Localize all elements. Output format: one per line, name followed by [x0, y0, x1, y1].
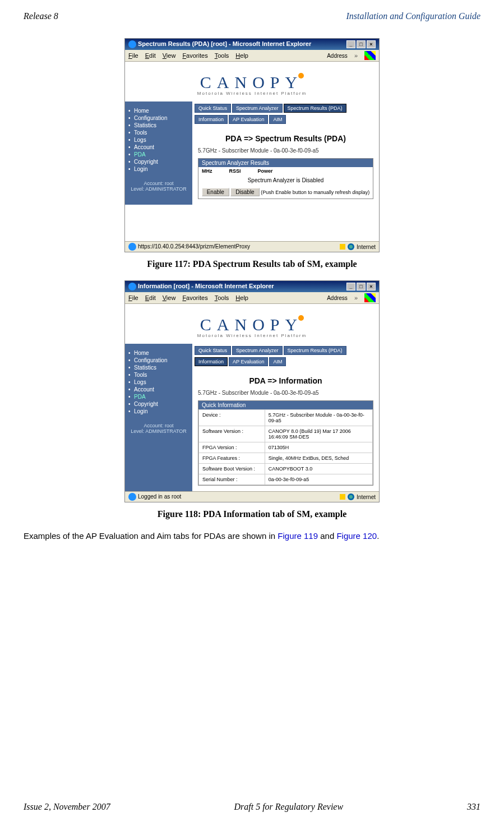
maximize-icon[interactable]: □	[357, 40, 366, 48]
status-zone: Internet	[357, 244, 376, 250]
menubar: File Edit View Favorites Tools Help Addr…	[125, 50, 379, 62]
info-table: Device :5.7GHz - Subscriber Module - 0a-…	[198, 409, 373, 485]
globe-icon	[348, 243, 354, 250]
account-label: Account: root	[128, 181, 189, 186]
statusbar: Logged in as root Internet	[125, 491, 379, 502]
ie-icon	[128, 493, 136, 501]
sidebar-item-logs[interactable]: Logs	[128, 136, 189, 144]
close-icon[interactable]: ×	[367, 283, 376, 290]
figure-118-caption: Figure 118: PDA Information tab of SM, e…	[24, 509, 480, 519]
sidebar-item-account[interactable]: Account	[128, 386, 189, 393]
tab-ap-evaluation[interactable]: AP Evaluation	[229, 115, 268, 124]
tab-information[interactable]: Information	[195, 115, 228, 124]
tab-information[interactable]: Information	[195, 357, 228, 366]
disable-button[interactable]: Disable	[230, 188, 259, 196]
tab-ap-evaluation[interactable]: AP Evaluation	[229, 357, 268, 366]
status-url: https://10.40.0.254:8443/prizm/ElementPr…	[138, 243, 250, 250]
sidebar-item-copyright[interactable]: Copyright	[128, 400, 189, 408]
ie-icon	[128, 283, 136, 290]
page-title: PDA => Information	[198, 376, 373, 385]
sidebar-item-copyright[interactable]: Copyright	[128, 158, 189, 165]
screenshot-2: Information [root] - Microsoft Internet …	[124, 280, 380, 502]
menu-tools[interactable]: Tools	[215, 294, 229, 301]
close-icon[interactable]: ×	[367, 40, 376, 48]
sidebar-item-pda[interactable]: PDA	[128, 393, 189, 400]
menu-favorites[interactable]: Favorites	[182, 294, 207, 301]
info-label: Software Boot Version :	[199, 464, 265, 474]
tab-spectrum-results[interactable]: Spectrum Results (PDA)	[284, 104, 346, 113]
sidebar-item-statistics[interactable]: Statistics	[128, 122, 189, 129]
tab-quick-status[interactable]: Quick Status	[195, 104, 231, 113]
page-title: PDA => Spectrum Results (PDA)	[198, 134, 373, 143]
sidebar-item-home[interactable]: Home	[128, 107, 189, 114]
menu-file[interactable]: File	[128, 294, 138, 301]
sidebar-item-login[interactable]: Login	[128, 408, 189, 415]
sidebar-item-tools[interactable]: Tools	[128, 371, 189, 379]
body-text-2: and	[318, 531, 336, 541]
menu-view[interactable]: View	[163, 294, 176, 301]
titlebar: Information [root] - Microsoft Internet …	[125, 281, 379, 292]
minimize-icon[interactable]: _	[346, 283, 355, 290]
body-text-3: .	[377, 531, 379, 541]
sidebar-item-login[interactable]: Login	[128, 165, 189, 173]
sidebar-item-statistics[interactable]: Statistics	[128, 364, 189, 371]
tab-spectrum-analyzer[interactable]: Spectrum Analyzer	[232, 104, 283, 113]
tab-spectrum-analyzer[interactable]: Spectrum Analyzer	[232, 346, 283, 355]
menubar: File Edit View Favorites Tools Help Addr…	[125, 292, 379, 304]
sidebar-item-tools[interactable]: Tools	[128, 129, 189, 136]
disabled-message: Spectrum Analyzer is Disabled	[198, 175, 373, 186]
info-value: Single, 40MHz ExtBus, DES, Sched	[265, 453, 372, 464]
menu-edit[interactable]: Edit	[145, 52, 156, 59]
tabs-area: Quick Status Spectrum Analyzer Spectrum …	[192, 101, 379, 205]
tab-aim[interactable]: AIM	[269, 115, 286, 124]
minimize-icon[interactable]: _	[346, 40, 355, 48]
menu-file[interactable]: File	[128, 52, 138, 59]
sidebar-item-logs[interactable]: Logs	[128, 379, 189, 386]
link-figure-119[interactable]: Figure 119	[278, 531, 318, 541]
lock-icon	[340, 244, 345, 250]
tabs-area: Quick Status Spectrum Analyzer Spectrum …	[192, 344, 379, 491]
menu-edit[interactable]: Edit	[145, 294, 156, 301]
sidebar-item-configuration[interactable]: Configuration	[128, 114, 189, 122]
table-row: Serial Number :0a-00-3e-f0-09-a5	[199, 474, 373, 485]
device-info: 5.7GHz - Subscriber Module - 0a-00-3e-f0…	[198, 147, 373, 154]
tab-aim[interactable]: AIM	[269, 357, 286, 366]
menu-tools[interactable]: Tools	[215, 52, 229, 59]
panel-header: Quick Information	[198, 401, 373, 409]
col-mhz: MHz	[202, 168, 212, 174]
link-figure-120[interactable]: Figure 120	[336, 531, 377, 541]
chevron-icon[interactable]: »	[354, 52, 358, 59]
info-value: 071305H	[265, 442, 372, 453]
chevron-icon[interactable]: »	[354, 294, 358, 301]
sidebar-item-home[interactable]: Home	[128, 349, 189, 357]
col-rssi: RSSI	[229, 168, 241, 174]
windows-flag-icon	[364, 51, 376, 60]
menu-help[interactable]: Help	[235, 52, 248, 59]
canopy-logo: CANOPY	[125, 73, 379, 92]
figure-117-caption: Figure 117: PDA Spectrum Results tab of …	[24, 259, 480, 269]
col-power: Power	[258, 168, 273, 174]
menu-view[interactable]: View	[163, 52, 176, 59]
column-headers: MHz RSSI Power	[198, 167, 373, 175]
sidebar-item-configuration[interactable]: Configuration	[128, 357, 189, 364]
maximize-icon[interactable]: □	[357, 283, 366, 290]
ie-icon	[128, 40, 136, 48]
windows-flag-icon	[364, 293, 376, 302]
info-panel: Quick Information Device :5.7GHz - Subsc…	[198, 400, 373, 486]
sidebar-item-pda[interactable]: PDA	[128, 151, 189, 158]
address-label: Address	[327, 53, 348, 59]
tab-quick-status[interactable]: Quick Status	[195, 346, 231, 355]
content-area: CANOPY Motorola Wireless Internet Platfo…	[125, 62, 379, 241]
panel-header: Spectrum Analyzer Results	[198, 159, 373, 167]
enable-button[interactable]: Enable	[202, 188, 229, 196]
page-header: Release 8 Installation and Configuration…	[24, 11, 480, 21]
button-note: (Push Enable button to manually refresh …	[261, 190, 369, 195]
table-row: Software Boot Version :CANOPYBOOT 3.0	[199, 464, 373, 474]
menu-help[interactable]: Help	[235, 294, 248, 301]
tab-spectrum-results[interactable]: Spectrum Results (PDA)	[284, 346, 346, 355]
window-title: Information [root] - Microsoft Internet …	[138, 283, 274, 289]
menu-favorites[interactable]: Favorites	[182, 52, 207, 59]
logo-dot-icon	[298, 73, 304, 79]
sidebar-item-account[interactable]: Account	[128, 144, 189, 151]
screenshot-1: Spectrum Results (PDA) [root] - Microsof…	[124, 38, 380, 252]
